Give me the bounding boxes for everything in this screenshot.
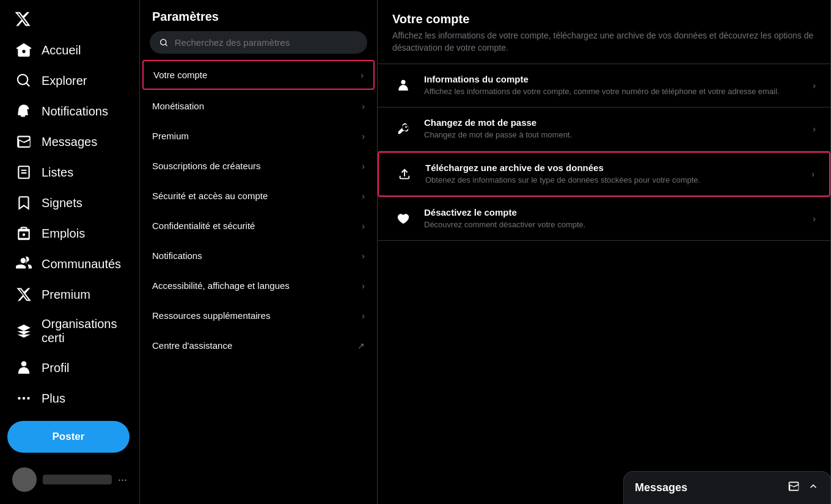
chevron-right-icon: › [813,124,816,134]
settings-item-monetisation[interactable]: Monétisation › [140,91,377,121]
chevron-right-icon: › [813,81,816,90]
heart-icon [392,208,414,230]
sidebar-item-messages[interactable]: Messages [7,126,132,157]
chevron-right-icon: › [362,101,365,111]
desactiver-text: Désactivez le compte Découvrez comment d… [424,207,803,230]
messages-float-title: Messages [635,481,687,494]
sidebar-item-plus[interactable]: Plus [7,383,132,414]
settings-item-souscriptions[interactable]: Souscriptions de créateurs › [140,151,377,181]
svg-point-0 [18,397,20,400]
search-input[interactable] [175,37,357,48]
org-icon [16,323,32,339]
settings-label-premium: Premium [152,131,189,141]
settings-item-votre-compte[interactable]: Votre compte › [142,60,375,90]
chevron-right-icon: › [362,221,365,231]
option-archive[interactable]: Téléchargez une archive de vos données O… [378,152,830,197]
settings-label-monetisation: Monétisation [152,101,204,111]
svg-point-2 [27,397,29,400]
sidebar-item-listes[interactable]: Listes [7,157,132,188]
archive-desc: Obtenez des informations sur le type de … [425,175,802,186]
sidebar-item-notifications[interactable]: Notifications [7,96,132,126]
sidebar-item-organisations[interactable]: Organisations certi [7,310,132,352]
user-info-blurred [43,475,112,484]
account-panel: Votre compte Affichez les informations d… [378,0,831,504]
option-desactiver[interactable]: Désactivez le compte Découvrez comment d… [378,197,830,241]
communities-icon [16,256,32,272]
chevron-right-icon: › [813,214,816,224]
home-icon [16,42,32,58]
compose-icon[interactable] [788,480,800,495]
bookmark-icon [16,195,32,211]
sidebar-item-emplois[interactable]: Emplois [7,218,132,249]
chevron-right-icon: › [362,251,365,261]
password-desc: Changez de mot de passe à tout moment. [424,130,803,141]
sidebar-item-signets[interactable]: Signets [7,188,132,218]
option-mot-de-passe[interactable]: Changez de mot de passe Changez de mot d… [378,108,830,151]
settings-item-ressources[interactable]: Ressources supplémentaires › [140,301,377,331]
password-title: Changez de mot de passe [424,117,803,128]
briefcase-icon [16,225,32,241]
poster-button[interactable]: Poster [7,421,130,453]
sidebar-label-accueil: Accueil [42,43,81,57]
settings-label-notifications: Notifications [152,250,202,261]
account-panel-subtitle: Affichez les informations de votre compt… [392,30,816,54]
settings-title: Paramètres [140,0,377,31]
chevron-right-icon: › [362,161,365,171]
messages-float-panel: Messages [623,471,831,504]
settings-item-premium[interactable]: Premium › [140,121,377,151]
sidebar-label-plus: Plus [42,392,65,406]
person-outline-icon [392,75,414,97]
chevron-right-icon: › [361,70,364,80]
sidebar-item-profil[interactable]: Profil [7,352,132,383]
x-logo[interactable] [7,5,38,32]
sidebar-item-premium[interactable]: Premium [7,279,132,310]
sidebar-item-communautes[interactable]: Communautés [7,249,132,279]
sidebar-label-explorer: Explorer [42,74,87,88]
settings-item-notifications[interactable]: Notifications › [140,241,377,271]
settings-item-accessibilite[interactable]: Accessibilité, affichage et langues › [140,271,377,301]
external-link-icon: ↗ [357,341,365,351]
account-panel-title: Votre compte [392,12,816,26]
sidebar-nav: Accueil Explorer Notifications Messages [7,35,132,460]
collapse-icon[interactable] [807,480,819,495]
settings-item-securite[interactable]: Sécurité et accès au compte › [140,181,377,211]
explore-icon [16,73,32,89]
more-icon [16,390,32,406]
sidebar-label-signets: Signets [42,196,82,210]
informations-desc: Affichez les informations de votre compt… [424,86,803,97]
more-dots-icon[interactable]: ··· [118,473,127,486]
sidebar-label-profil: Profil [42,361,70,375]
settings-search-box[interactable] [150,31,367,54]
settings-label-securite: Sécurité et accès au compte [152,191,268,201]
x-icon [16,287,32,302]
sidebar-user-profile[interactable]: ··· [7,460,132,499]
settings-label-ressources: Ressources supplémentaires [152,310,270,321]
desactiver-desc: Découvrez comment désactiver votre compt… [424,219,803,230]
chevron-right-icon: › [362,311,365,321]
sidebar-item-accueil[interactable]: Accueil [7,35,132,65]
settings-label-votre-compte: Votre compte [153,70,207,80]
key-icon [392,118,414,140]
sidebar-label-organisations: Organisations certi [42,317,123,345]
avatar [12,467,37,492]
informations-title: Informations du compte [424,74,803,84]
chevron-right-icon: › [362,281,365,291]
archive-title: Téléchargez une archive de vos données [425,163,802,173]
password-text: Changez de mot de passe Changez de mot d… [424,117,803,141]
sidebar-label-premium: Premium [42,288,90,302]
chevron-right-icon: › [811,169,815,179]
settings-label-confidentialite: Confidentialité et sécurité [152,221,255,231]
chevron-right-icon: › [362,131,365,141]
sidebar-item-explorer[interactable]: Explorer [7,65,132,96]
sidebar-label-emplois: Emplois [42,227,85,241]
sidebar: Accueil Explorer Notifications Messages [0,0,140,504]
mail-icon [16,134,32,150]
sidebar-label-messages: Messages [42,135,97,149]
settings-label-assistance: Centre d'assistance [152,340,232,351]
bell-icon [16,103,32,119]
settings-item-assistance[interactable]: Centre d'assistance ↗ [140,331,377,360]
option-informations[interactable]: Informations du compte Affichez les info… [378,64,830,108]
settings-item-confidentialite[interactable]: Confidentialité et sécurité › [140,211,377,241]
desactiver-title: Désactivez le compte [424,207,803,217]
archive-text: Téléchargez une archive de vos données O… [425,163,802,186]
